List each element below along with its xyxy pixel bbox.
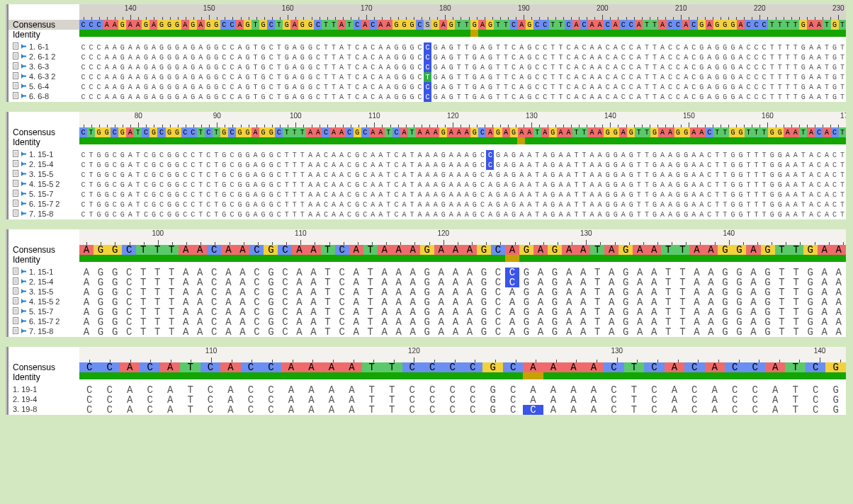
sequence-label[interactable]: 2. 6-1 2: [9, 52, 79, 61]
sequence-track[interactable]: AGGCTTTAACAACGCAATCATAAAGAAAGCAGAGAATAGA…: [79, 287, 846, 297]
sequence-track[interactable]: CCCAAGAAGAGGGAGAGGCCAGTGCTGAGGCTTATCACAA…: [79, 62, 846, 72]
document-icon: [13, 62, 19, 71]
arrow-right-icon: [21, 327, 27, 336]
sequence-track[interactable]: CTGGCGATCGCGGCCTCTGCGGAGGCTTTAACAACGCAAT…: [79, 190, 846, 200]
sequence-row[interactable]: 2. 15-4CTGGCGATCGCGGCCTCTGCGGAGGCTTTAACA…: [9, 160, 846, 170]
sequence-track[interactable]: AGGCTTTAACAACGCAATCATAAAGAAAGCCGAGAATAGA…: [79, 277, 846, 287]
arrow-right-icon: [21, 92, 27, 101]
sequence-label[interactable]: 6. 15-7 2: [9, 317, 79, 326]
consensus-label: Consensus: [9, 127, 79, 137]
consensus-track[interactable]: CCACATCACCAAAATTCCCCGCAAAACTCACACCATCG: [79, 362, 846, 372]
sequence-list: 1. 6-1CCCAAGAAGAGGGAGAGGCCAGTGCTGAGGCTTA…: [9, 42, 846, 102]
svg-rect-99: [23, 331, 26, 332]
ruler-track[interactable]: 8090100110120130140150160170: [79, 112, 846, 127]
sequence-name: 3. 15-5: [29, 170, 53, 178]
sequence-row[interactable]: 7. 15-8AGGCTTTAACAACGCAATCATAAAGAAAGCAGA…: [9, 327, 846, 337]
sequence-row[interactable]: 1. 15-1AGGCTTTAACAACGCAATCATAAAGAAAGCCGA…: [9, 268, 846, 277]
sequence-label[interactable]: 1. 15-1: [9, 150, 79, 159]
sequence-label[interactable]: 2. 15-4: [9, 160, 79, 168]
sequence-label[interactable]: 3. 15-5: [9, 170, 79, 178]
sequence-row[interactable]: 2. 6-1 2CCCAAGAAGAGGGAGAGGCCAGTGCTGAGGCT…: [9, 52, 846, 62]
sequence-track[interactable]: CTGGCGATCGCGGCCTCTGCGGAGGCTTTAACAACGCAAT…: [79, 210, 846, 219]
svg-rect-74: [23, 281, 26, 282]
sequence-list: 1. 19-1CCACATCACCAAAATTCCCCGCAAAACTCACAC…: [9, 385, 846, 415]
sequence-label[interactable]: 4. 15-5 2: [9, 297, 79, 306]
sequence-track[interactable]: CCCAAGAAGAGGGAGAGGCCAGTGCTGAGGCTTATCACAA…: [79, 82, 846, 92]
sequence-row[interactable]: 2. 19-4CCACATCACCAAAATTCCCCGCAAAACTCACAC…: [9, 395, 846, 405]
sequence-track[interactable]: AGGCTTTAACAACGCAATCATAAAGAAAGCAGAGAATAGA…: [79, 307, 846, 317]
arrow-right-icon: [21, 200, 27, 208]
sequence-row[interactable]: 1. 19-1CCACATCACCAAAATTCCCCGCAAAACTCACAC…: [9, 385, 846, 395]
sequence-label[interactable]: 3. 6-3: [9, 62, 79, 71]
sequence-row[interactable]: 6. 6-8CCCAAGAAGAGGGAGAGGCCAGTGCTGAGGCTTA…: [9, 92, 846, 102]
sequence-row[interactable]: 1. 6-1CCCAAGAAGAGGGAGAGGCCAGTGCTGAGGCTTA…: [9, 42, 846, 52]
sequence-label[interactable]: 2. 15-4: [9, 277, 79, 286]
sequence-label[interactable]: 1. 6-1: [9, 42, 79, 51]
sequence-track[interactable]: CCCAAGAAGAGGGAGAGGCCAGTGCTGAGGCTTATCACAA…: [79, 72, 846, 82]
sequence-row[interactable]: 6. 15-7 2CTGGCGATCGCGGCCTCTGCGGAGGCTTTAA…: [9, 200, 846, 210]
consensus-track[interactable]: CTGGCGATCGCGGCCTCTGCGGAGGCTTTAACAACGCAAT…: [79, 127, 846, 137]
sequence-row[interactable]: 3. 19-8CCACATCACCAAAATTCCCCGCCAAACTCACAC…: [9, 405, 846, 415]
sequence-label[interactable]: 6. 6-8: [9, 92, 79, 101]
sequence-track[interactable]: CCCAAGAAGAGGGAGAGGCCAGTGCTGAGGCTTATCACAA…: [79, 52, 846, 62]
sequence-row[interactable]: 5. 6-4CCCAAGAAGAGGGAGAGGCCAGTGCTGAGGCTTA…: [9, 82, 846, 92]
sequence-track[interactable]: CCACATCACCAAAATTCCCCGCCAAACTCACACCATCG: [79, 405, 846, 415]
svg-rect-84: [23, 301, 26, 302]
identity-track: [79, 30, 846, 37]
sequence-track[interactable]: CCCAAGAAGAGGGAGAGGCCAGTGCTGAGGCTTATCACAA…: [79, 92, 846, 102]
sequence-label[interactable]: 7. 15-8: [9, 210, 79, 218]
sequence-label[interactable]: 3. 19-8: [9, 405, 79, 413]
ruler-track[interactable]: 140150160170180190200210220230: [79, 4, 846, 20]
document-icon: [13, 82, 19, 91]
sequence-track[interactable]: CCACATCACCAAAATTCCCCGCAAAACTCACACCATCG: [79, 395, 846, 405]
sequence-track[interactable]: CTGGCGATCGCGGCCTCTGCGGAGGCTTTAACAACGCAAT…: [79, 170, 846, 180]
sequence-track[interactable]: AGGCTTTAACAACGCAATCATAAAGAAAGCCGAGAATAGA…: [79, 268, 846, 277]
sequence-track[interactable]: AGGCTTTAACAACGCAATCATAAAGAAAGCAGAGAATAGA…: [79, 317, 846, 327]
ruler-track[interactable]: 110120130140: [79, 347, 846, 362]
sequence-track[interactable]: CCACATCACCAAAATTCCCCGCAAAACTCACACCATCG: [79, 385, 846, 395]
arrow-right-icon: [21, 52, 27, 61]
sequence-label[interactable]: 7. 15-8: [9, 327, 79, 336]
sequence-track[interactable]: CCCAAGAAGAGGGAGAGGCCAGTGCTGAGGCTTATCACAA…: [79, 42, 846, 52]
sequence-row[interactable]: 3. 15-5CTGGCGATCGCGGCCTCTGCGGAGGCTTTAACA…: [9, 170, 846, 180]
svg-rect-9: [23, 56, 26, 57]
sequence-label[interactable]: 5. 15-7: [9, 190, 79, 198]
sequence-track[interactable]: CTGGCGATCGCGGCCTCTGCGGAGGCTTTAACAACGCAAT…: [79, 200, 846, 210]
sequence-label[interactable]: 3. 15-5: [9, 287, 79, 296]
svg-rect-29: [23, 96, 26, 97]
consensus-track[interactable]: AGGCTTTAACAACGCAATCATAAAGAAAGCAGAGAATAGA…: [79, 245, 846, 255]
sequence-name: 5. 15-7: [29, 190, 53, 198]
sequence-row[interactable]: 5. 15-7CTGGCGATCGCGGCCTCTGCGGAGGCTTTAACA…: [9, 190, 846, 200]
document-icon: [13, 307, 19, 316]
sequence-row[interactable]: 1. 15-1CTGGCGATCGCGGCCTCTGCGGAGGCTTTAACA…: [9, 150, 846, 160]
sequence-label[interactable]: 4. 6-3 2: [9, 72, 79, 81]
sequence-row[interactable]: 4. 15-5 2CTGGCGATCGCGGCCTCTGCGGAGGCTTTAA…: [9, 180, 846, 190]
sequence-label[interactable]: 1. 19-1: [9, 385, 79, 394]
sequence-track[interactable]: CTGGCGATCGCGGCCTCTGCGGAGGCTTTAACAACGCAAT…: [79, 150, 846, 160]
sequence-label[interactable]: 5. 6-4: [9, 82, 79, 91]
svg-rect-39: [23, 164, 26, 165]
sequence-row[interactable]: 5. 15-7AGGCTTTAACAACGCAATCATAAAGAAAGCAGA…: [9, 307, 846, 317]
sequence-track[interactable]: CTGGCGATCGCGGCCTCTGCGGAGGCTTTAACAACGCAAT…: [79, 160, 846, 170]
sequence-track[interactable]: CTGGCGATCGCGGCCTCTGCGGAGGCTTTAACAACGCAAT…: [79, 180, 846, 190]
sequence-label[interactable]: 5. 15-7: [9, 307, 79, 316]
sequence-row[interactable]: 6. 15-7 2AGGCTTTAACAACGCAATCATAAAGAAAGCA…: [9, 317, 846, 327]
sequence-label[interactable]: 6. 15-7 2: [9, 200, 79, 208]
sequence-track[interactable]: AGGCTTTAACAACGCAATCATAAAGAAAGCAGAGAATAGA…: [79, 327, 846, 337]
sequence-row[interactable]: 4. 15-5 2AGGCTTTAACAACGCAATCATAAAGAAAGCA…: [9, 297, 846, 307]
sequence-row[interactable]: 7. 15-8CTGGCGATCGCGGCCTCTGCGGAGGCTTTAACA…: [9, 210, 846, 219]
ruler-track[interactable]: 100110120130140: [79, 229, 846, 245]
sequence-label[interactable]: 1. 15-1: [9, 268, 79, 276]
sequence-row[interactable]: 2. 15-4AGGCTTTAACAACGCAATCATAAAGAAAGCCGA…: [9, 277, 846, 287]
consensus-track[interactable]: CCCAAGAAGAGGGAGAGGCCAGTGCTGAGGCTTATCACAA…: [79, 20, 846, 30]
sequence-row[interactable]: 4. 6-3 2CCCAAGAAGAGGGAGAGGCCAGTGCTGAGGCT…: [9, 72, 846, 82]
sequence-track[interactable]: AGGCTTTAACAACGCAATCATAAAGAAAGCAGAGAATAGA…: [79, 297, 846, 307]
sequence-row[interactable]: 3. 6-3CCCAAGAAGAGGGAGAGGCCAGTGCTGAGGCTTA…: [9, 62, 846, 72]
sequence-label[interactable]: 2. 19-4: [9, 395, 79, 403]
sequence-list: 1. 15-1CTGGCGATCGCGGCCTCTGCGGAGGCTTTAACA…: [9, 150, 846, 219]
svg-rect-24: [23, 86, 26, 87]
sequence-name: 1. 15-1: [29, 150, 53, 159]
sequence-row[interactable]: 3. 15-5AGGCTTTAACAACGCAATCATAAAGAAAGCAGA…: [9, 287, 846, 297]
sequence-label[interactable]: 4. 15-5 2: [9, 180, 79, 188]
svg-rect-69: [23, 271, 26, 273]
